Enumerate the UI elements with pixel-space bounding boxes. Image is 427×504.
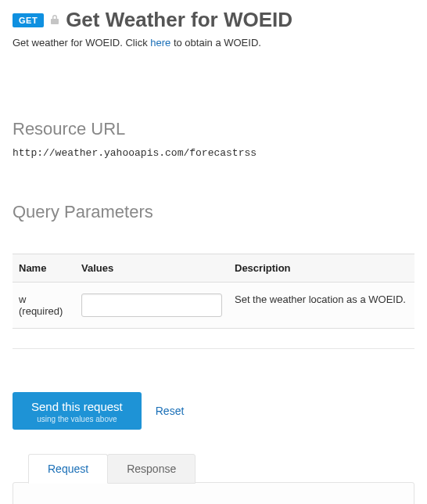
param-value-cell [75,283,228,329]
page-title: Get Weather for WOEID [66,8,292,32]
table-row: w (required) Set the weather location as… [13,283,414,329]
response-panel: Make a request and see the response. [13,482,414,504]
send-button-sub-label: using the values above [31,415,123,423]
woeid-help-link[interactable]: here [150,37,170,49]
action-row: Send this request using the values above… [13,392,414,430]
resource-url-heading: Resource URL [13,119,414,139]
reset-link[interactable]: Reset [156,405,185,417]
tab-response[interactable]: Response [107,454,196,484]
lock-icon [50,14,59,27]
query-parameters-heading: Query Parameters [13,202,414,222]
divider [13,348,414,349]
col-header-description: Description [228,254,414,283]
send-button-main-label: Send this request [31,400,123,413]
query-parameters-table: Name Values Description w (required) Set… [13,254,414,329]
table-header-row: Name Values Description [13,254,414,283]
page-subtitle: Get weather for WOEID. Click here to obt… [13,37,414,49]
subtitle-pre: Get weather for WOEID. Click [13,37,150,49]
param-name-cell: w (required) [13,283,75,329]
subtitle-post: to obtain a WOEID. [170,37,261,49]
resource-url-value: http://weather.yahooapis.com/forecastrss [13,147,414,159]
col-header-name: Name [13,254,75,283]
tabs: Request Response [28,453,414,483]
param-description-cell: Set the weather location as a WOEID. [228,283,414,329]
col-header-values: Values [75,254,228,283]
param-required-label: (required) [19,305,69,317]
param-value-input[interactable] [81,293,222,317]
http-method-badge: GET [13,13,44,27]
tab-request[interactable]: Request [28,454,108,484]
send-request-button[interactable]: Send this request using the values above [13,392,142,430]
title-row: GET Get Weather for WOEID [13,8,414,32]
param-name: w [19,293,26,305]
